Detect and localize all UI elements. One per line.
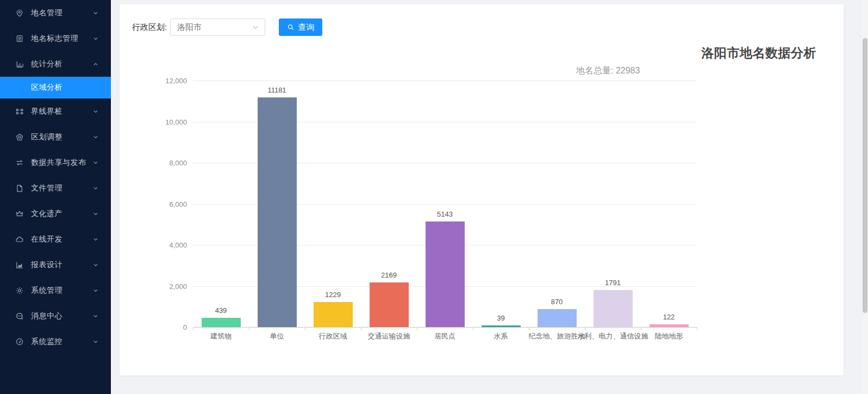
sidebar-item-signage-management[interactable]: 地名标志管理 xyxy=(0,26,111,51)
sidebar-item-label: 地名标志管理 xyxy=(31,34,92,44)
x-axis-tick xyxy=(417,327,417,330)
query-button[interactable]: 查询 xyxy=(279,19,322,36)
y-axis-tick-label: 0 xyxy=(148,323,187,331)
region-select[interactable]: 洛阳市 xyxy=(170,19,265,36)
sidebar-item-system-management[interactable]: 系统管理 xyxy=(0,278,111,303)
chart-bar[interactable] xyxy=(370,282,409,327)
bar-chart-icon xyxy=(15,60,24,69)
cloud-icon xyxy=(15,235,24,244)
chevron-down-icon xyxy=(92,35,99,42)
sidebar-item-label: 文件管理 xyxy=(31,183,92,193)
sidebar-item-label: 文化遗产 xyxy=(31,209,92,219)
sidebar-item-report-design[interactable]: 报表设计 xyxy=(0,252,111,278)
x-axis-category-label: 陆地地形 xyxy=(655,331,683,341)
chart-title: 洛阳市地名数据分析 xyxy=(576,45,816,61)
sidebar-item-label: 系统管理 xyxy=(31,286,92,296)
sidebar-item-place-name-management[interactable]: 地名管理 xyxy=(0,0,111,26)
x-axis-category-label: 水系 xyxy=(494,331,508,341)
bar-value-label: 1229 xyxy=(325,291,341,299)
content-card: 行政区划: 洛阳市 查询 洛阳市地名数据分析 地名总量: 22983 02,00… xyxy=(120,4,844,375)
sidebar-item-system-monitoring[interactable]: 系统监控 xyxy=(0,329,111,354)
sidebar-item-file-management[interactable]: 文件管理 xyxy=(0,175,111,201)
bar-chart-plot: 02,0004,0006,0008,00010,00012,000439建筑物1… xyxy=(193,81,697,327)
chevron-down-icon xyxy=(92,236,99,243)
chevron-down-icon xyxy=(92,10,99,16)
chart-bar[interactable] xyxy=(594,290,633,327)
share-sync-icon xyxy=(15,158,24,167)
x-axis-category-label: 居民点 xyxy=(434,331,455,341)
chart-bar[interactable] xyxy=(314,302,353,327)
sidebar-item-data-sharing[interactable]: 数据共享与发布 xyxy=(0,150,111,175)
x-axis-category-label: 建筑物 xyxy=(210,331,232,341)
boundary-frame-icon xyxy=(15,107,24,116)
sidebar-item-message-center[interactable]: 消息中心 xyxy=(0,303,111,329)
x-axis-category-label: 纪念地、旅游胜地 xyxy=(529,331,585,341)
sidebar-item-online-development[interactable]: 在线开发 xyxy=(0,226,111,252)
bar-value-label: 11181 xyxy=(267,86,286,94)
chart-bar[interactable] xyxy=(650,324,689,327)
bar-value-label: 5143 xyxy=(437,210,453,218)
sidebar-subitem-label: 区域分析 xyxy=(31,83,63,93)
chart-bar[interactable] xyxy=(426,221,465,327)
chevron-up-icon xyxy=(92,61,99,67)
query-button-label: 查询 xyxy=(298,22,315,33)
chart-header: 洛阳市地名数据分析 地名总量: 22983 xyxy=(576,45,816,77)
bar-value-label: 439 xyxy=(215,306,227,315)
chevron-down-icon xyxy=(92,211,99,217)
sidebar-subitem-region-analysis[interactable]: 区域分析 xyxy=(0,77,111,98)
chart-bar[interactable] xyxy=(482,325,521,327)
sidebar-item-statistics-analysis[interactable]: 统计分析 xyxy=(0,51,111,77)
report-chart-icon xyxy=(15,261,24,269)
y-axis-tick-label: 4,000 xyxy=(148,241,187,249)
sidebar-item-label: 报表设计 xyxy=(31,260,92,270)
bar-value-label: 122 xyxy=(663,313,675,321)
x-axis-tick xyxy=(641,327,641,330)
x-axis-tick xyxy=(361,327,361,330)
bar-value-label: 2169 xyxy=(381,271,397,279)
x-axis-tick xyxy=(697,327,697,330)
x-axis-tick xyxy=(473,327,473,330)
x-axis-tick xyxy=(249,327,249,330)
chevron-down-icon xyxy=(92,134,99,140)
region-filter-label: 行政区划: xyxy=(132,19,167,36)
chevron-down-icon xyxy=(92,185,99,192)
chart-bar[interactable] xyxy=(538,309,577,327)
x-axis-tick xyxy=(193,327,193,330)
vertical-scrollbar-track[interactable] xyxy=(862,0,868,394)
total-label: 地名总量: xyxy=(576,66,613,75)
chevron-down-icon xyxy=(92,262,99,268)
bar-value-label: 870 xyxy=(551,298,563,306)
search-icon xyxy=(287,23,295,31)
x-axis-tick xyxy=(305,327,305,330)
gauge-icon xyxy=(15,337,24,346)
district-seal-icon xyxy=(15,133,24,141)
sidebar-item-district-adjustment[interactable]: 区划调整 xyxy=(0,124,111,150)
x-axis-category-label: 单位 xyxy=(270,331,284,341)
signage-icon xyxy=(15,34,24,43)
sidebar-item-cultural-heritage[interactable]: 文化遗产 xyxy=(0,201,111,226)
total-value: 22983 xyxy=(616,66,640,75)
sidebar-item-label: 消息中心 xyxy=(31,311,92,321)
sidebar-item-label: 统计分析 xyxy=(31,59,92,69)
x-axis-category-label: 水利、电力、通信设施 xyxy=(578,331,648,341)
sidebar-item-label: 数据共享与发布 xyxy=(31,158,92,168)
y-axis-tick-label: 10,000 xyxy=(148,118,187,126)
vertical-scrollbar-thumb[interactable] xyxy=(863,38,867,313)
chart-bar[interactable] xyxy=(258,97,297,327)
sidebar-item-label: 地名管理 xyxy=(31,8,92,18)
y-axis-tick-label: 2,000 xyxy=(148,282,187,291)
x-axis-category-label: 交通运输设施 xyxy=(368,331,410,341)
chevron-down-icon xyxy=(92,108,99,115)
chevron-down-icon xyxy=(252,23,259,31)
bar-value-label: 1791 xyxy=(605,279,621,287)
region-select-value: 洛阳市 xyxy=(177,22,252,33)
sidebar-item-boundary-markers[interactable]: 界线界桩 xyxy=(0,98,111,124)
y-axis-tick-label: 8,000 xyxy=(148,159,187,167)
file-icon xyxy=(15,184,24,193)
x-axis-tick xyxy=(585,327,585,330)
chart-bar[interactable] xyxy=(202,318,241,327)
sidebar-item-label: 区划调整 xyxy=(31,132,92,142)
heritage-crown-icon xyxy=(15,210,24,218)
message-icon xyxy=(15,312,24,321)
gear-icon xyxy=(15,286,24,295)
